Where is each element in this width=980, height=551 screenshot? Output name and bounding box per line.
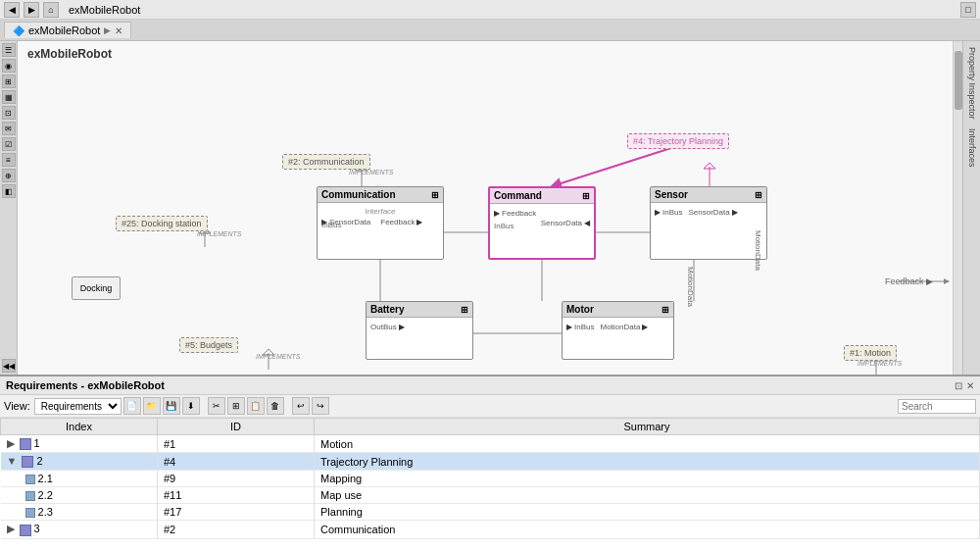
sensor-node[interactable]: Sensor ⊞ ▶ InBus SensorData ▶ MotionData bbox=[650, 186, 767, 260]
view-select[interactable]: Requirements bbox=[34, 398, 122, 415]
row-icon bbox=[20, 525, 31, 536]
tool2-icon[interactable]: ⊞ bbox=[2, 75, 16, 88]
budgets-label-box: #5: Budgets bbox=[179, 337, 238, 353]
motion-implements: IMPLEMENTS bbox=[858, 360, 903, 367]
cut-button[interactable]: ✂ bbox=[208, 397, 225, 415]
motiondata-port: MotionData bbox=[600, 323, 640, 331]
traj-label-text: #4: Trajectory Planning bbox=[633, 136, 723, 146]
docking-implements: IMPLEMENTS bbox=[197, 230, 242, 237]
home-button[interactable]: ⌂ bbox=[43, 2, 59, 18]
traj-label-box: #4: Trajectory Planning bbox=[627, 133, 729, 149]
budgets-implements: IMPLEMENTS bbox=[256, 353, 301, 360]
command-body: ▶ Feedback SensorData ◀ InBus bbox=[490, 204, 594, 232]
col-index: Index bbox=[1, 419, 158, 435]
docking-node[interactable]: Docking bbox=[72, 276, 121, 300]
close-tab-button[interactable]: ✕ bbox=[115, 25, 122, 36]
delete-button[interactable]: 🗑 bbox=[267, 397, 284, 415]
communication-icon: ⊞ bbox=[431, 190, 439, 200]
table-row[interactable]: ▶ 1 #1 Motion bbox=[1, 435, 980, 453]
diagram-canvas[interactable]: exMobileRobot bbox=[18, 41, 962, 375]
motor-body: ▶ InBus MotionData ▶ bbox=[563, 318, 673, 336]
svg-marker-16 bbox=[704, 163, 715, 169]
left-sidebar: ☰ ◉ ⊞ ▦ ⊡ ✉ ☑ ≡ ⊕ ◧ ◀◀ bbox=[0, 41, 18, 375]
open-button[interactable]: 📁 bbox=[143, 397, 161, 415]
expand-3[interactable]: ▶ bbox=[7, 523, 15, 534]
inbus-sensor-port: InBus bbox=[662, 208, 682, 217]
requirements-table: Index ID Summary ▶ 1 #1 Motion ▼ bbox=[0, 418, 980, 551]
battery-title: Battery ⊞ bbox=[367, 302, 472, 318]
motion-label-text: #1: Motion bbox=[850, 348, 891, 358]
row-icon bbox=[22, 456, 33, 468]
row-summary: Trajectory Planning bbox=[315, 453, 980, 471]
import-button[interactable]: ⬇ bbox=[182, 397, 200, 415]
scrollbar-thumb[interactable] bbox=[955, 51, 962, 110]
row-index: 2.2 bbox=[1, 487, 158, 504]
tool4-icon[interactable]: ⊡ bbox=[2, 106, 16, 120]
new-button[interactable]: 📄 bbox=[123, 397, 141, 415]
row-icon-small bbox=[25, 508, 35, 518]
row-summary: Map use bbox=[315, 487, 980, 504]
table-row[interactable]: ▼ 2 #4 Trajectory Planning bbox=[1, 453, 980, 471]
panel-header-controls: ⊡ ✕ bbox=[955, 380, 974, 391]
motor-icon: ⊞ bbox=[662, 305, 669, 315]
command-node[interactable]: Command ⊞ ▶ Feedback SensorData ◀ InBus bbox=[488, 186, 596, 260]
row-icon-small bbox=[25, 491, 35, 501]
docking-node-label: Docking bbox=[80, 283, 113, 293]
motor-node[interactable]: Motor ⊞ ▶ InBus MotionData ▶ bbox=[562, 301, 674, 360]
communication-node[interactable]: Communication ⊞ Interface ▶ SensorData F… bbox=[317, 186, 444, 260]
feedback-port: Feedback bbox=[380, 218, 415, 226]
model-browser-icon[interactable]: ☰ bbox=[2, 43, 16, 57]
sensor-label: Sensor bbox=[655, 189, 688, 200]
sensor-title: Sensor ⊞ bbox=[651, 187, 766, 203]
property-inspector-tab[interactable]: Property Inspector bbox=[967, 43, 977, 124]
canvas-scrollbar[interactable] bbox=[953, 41, 962, 375]
battery-body: OutBus ▶ bbox=[367, 318, 472, 336]
right-sidebar: Property Inspector Interfaces bbox=[962, 41, 980, 375]
maximize-button[interactable]: □ bbox=[960, 2, 976, 18]
panel-toolbar: View: Requirements 📄 📁 💾 ⬇ ✂ ⊞ 📋 🗑 ↩ ↪ bbox=[0, 395, 980, 418]
tool1-icon[interactable]: ◉ bbox=[2, 59, 16, 73]
row-icon bbox=[20, 438, 31, 450]
tool8-icon[interactable]: ⊕ bbox=[2, 169, 16, 182]
svg-line-0 bbox=[552, 147, 674, 186]
tool3-icon[interactable]: ▦ bbox=[2, 90, 16, 104]
back-button[interactable]: ◀ bbox=[4, 2, 20, 18]
expand-2[interactable]: ▼ bbox=[7, 455, 18, 467]
sensor-arrow-out: ▶ bbox=[732, 208, 738, 217]
row-summary: Mapping bbox=[315, 471, 980, 487]
panel-detach-icon[interactable]: ⊡ bbox=[955, 380, 962, 391]
search-input[interactable] bbox=[898, 399, 976, 414]
copy-button[interactable]: ⊞ bbox=[227, 397, 245, 415]
tool6-icon[interactable]: ☑ bbox=[2, 137, 16, 151]
battery-icon: ⊞ bbox=[461, 305, 468, 315]
panel-close-button[interactable]: ✕ bbox=[966, 380, 974, 391]
row-summary: Motion bbox=[315, 435, 980, 453]
motor-label: Motor bbox=[566, 304, 594, 315]
save-button[interactable]: 💾 bbox=[163, 397, 180, 415]
row-summary: Planning bbox=[315, 504, 980, 521]
sensor-body: ▶ InBus SensorData ▶ MotionData bbox=[651, 203, 766, 222]
battery-node[interactable]: Battery ⊞ OutBus ▶ bbox=[366, 301, 473, 360]
table-row[interactable]: 2.2 #11 Map use bbox=[1, 487, 980, 504]
table-row[interactable]: ▶ 3 #2 Communication bbox=[1, 521, 980, 538]
undo-button[interactable]: ↩ bbox=[292, 397, 310, 415]
table-row[interactable]: 2.3 #17 Planning bbox=[1, 504, 980, 521]
redo-button[interactable]: ↪ bbox=[312, 397, 329, 415]
col-id: ID bbox=[158, 419, 315, 435]
tool5-icon[interactable]: ✉ bbox=[2, 122, 16, 135]
main-tab[interactable]: 🔷 exMobileRobot ▶ ✕ bbox=[4, 22, 131, 38]
table-row[interactable]: 2.1 #9 Mapping bbox=[1, 471, 980, 487]
forward-button[interactable]: ▶ bbox=[24, 2, 39, 18]
cmd-arrow-out: ◀ bbox=[584, 219, 590, 227]
communication-body: Interface ▶ SensorData Feedback ▶ InBus bbox=[318, 203, 443, 231]
collapse-left-button[interactable]: ◀◀ bbox=[2, 359, 16, 373]
expand-1[interactable]: ▶ bbox=[7, 437, 15, 449]
tool9-icon[interactable]: ◧ bbox=[2, 184, 16, 198]
sensor-icon: ⊞ bbox=[755, 190, 762, 200]
cmd-feedback-port: Feedback bbox=[502, 209, 536, 218]
window-title: exMobileRobot bbox=[69, 4, 140, 16]
paste-button[interactable]: 📋 bbox=[247, 397, 265, 415]
tool7-icon[interactable]: ≡ bbox=[2, 153, 16, 167]
panel-title: Requirements - exMobileRobot bbox=[6, 379, 165, 391]
interfaces-tab[interactable]: Interfaces bbox=[967, 125, 977, 172]
